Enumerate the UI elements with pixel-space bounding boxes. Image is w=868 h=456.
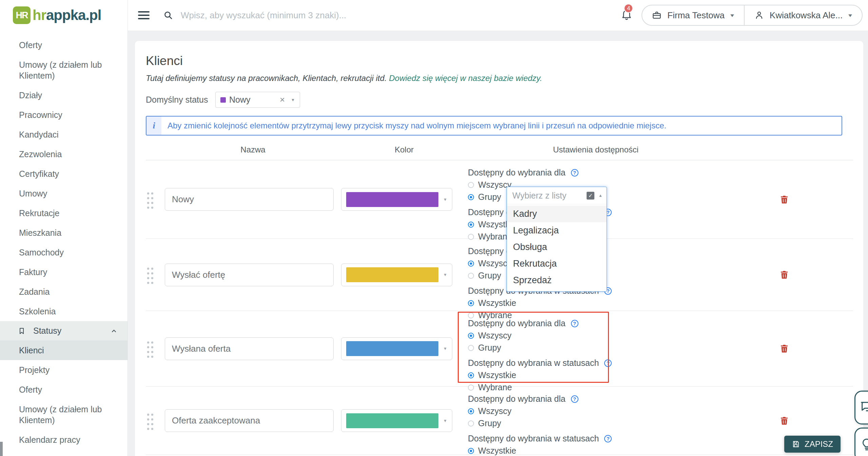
logo-text: hrappka.pl bbox=[33, 7, 101, 23]
logo[interactable]: HR hrappka.pl bbox=[0, 0, 127, 30]
chevron-down-icon: ▼ bbox=[443, 346, 447, 351]
info-icon: i bbox=[146, 117, 161, 135]
info-banner-text: Aby zmienić kolejność elementów przytrzy… bbox=[161, 117, 672, 135]
drag-handle[interactable] bbox=[146, 160, 165, 239]
radio-wszystkie[interactable]: Wszystkie bbox=[468, 446, 715, 456]
option-sprzedaz[interactable]: Sprzedaż bbox=[507, 272, 607, 289]
search-input[interactable] bbox=[181, 10, 418, 21]
help-icon[interactable]: ? bbox=[571, 395, 578, 403]
drag-handle[interactable] bbox=[146, 387, 165, 455]
briefcase-icon bbox=[652, 10, 662, 20]
color-select[interactable]: ▼ bbox=[341, 188, 452, 211]
sidebar-item-rekrutacje[interactable]: Rekrutacje bbox=[0, 203, 127, 223]
chevron-down-icon[interactable]: ▼ bbox=[291, 98, 295, 102]
radio-icon bbox=[468, 182, 474, 188]
help-icon[interactable]: ? bbox=[604, 359, 612, 367]
color-bar bbox=[346, 413, 438, 428]
sidebar-scrollbar[interactable] bbox=[0, 442, 3, 456]
radio-icon bbox=[468, 222, 474, 228]
sidebar-item-statusy-klienci[interactable]: Klienci bbox=[0, 340, 127, 360]
knowledge-base-link[interactable]: Dowiedz się więcej w naszej bazie wiedzy… bbox=[389, 74, 542, 83]
sidebar-item-statusy-kalendarz[interactable]: Kalendarz pracy bbox=[0, 430, 127, 450]
radio-wszyscy[interactable]: Wszyscy bbox=[468, 406, 715, 416]
color-bar bbox=[346, 267, 438, 282]
drag-dots-icon bbox=[146, 266, 154, 284]
select-all-checkbox[interactable]: ✓ bbox=[587, 192, 594, 200]
global-search bbox=[163, 10, 620, 21]
sidebar-section-statusy[interactable]: Statusy bbox=[0, 321, 127, 340]
sidebar-nav: Oferty Umowy (z działem lub Klientem) Dz… bbox=[0, 30, 127, 456]
save-button[interactable]: ZAPISZ bbox=[784, 436, 841, 453]
sidebar-item-mieszkania[interactable]: Mieszkania bbox=[0, 223, 127, 243]
radio-grupy[interactable]: Grupy bbox=[468, 343, 715, 353]
sidebar-item-umowy-dzial[interactable]: Umowy (z działem lub Klientem) bbox=[0, 55, 127, 85]
sidebar-item-statusy-umowy-dzial[interactable]: Umowy (z działem lub Klientem) bbox=[0, 399, 127, 430]
drag-dots-icon bbox=[146, 190, 154, 209]
status-name-input[interactable] bbox=[165, 188, 334, 211]
chevron-down-icon: ▼ bbox=[443, 272, 447, 277]
sidebar-item-dzialy[interactable]: Działy bbox=[0, 85, 127, 105]
sidebar-item-statusy-oferty[interactable]: Oferty bbox=[0, 380, 127, 399]
color-select[interactable]: ▼ bbox=[341, 337, 452, 360]
status-name-input[interactable] bbox=[165, 264, 334, 286]
option-kadry[interactable]: Kadry bbox=[507, 206, 607, 222]
content-card: Klienci Tutaj definiujemy statusy na pra… bbox=[135, 41, 863, 456]
user-icon bbox=[754, 10, 764, 20]
status-color-swatch bbox=[220, 97, 226, 103]
color-select[interactable]: ▼ bbox=[341, 409, 452, 432]
notifications-bell[interactable]: 4 bbox=[620, 8, 633, 22]
delete-status-icon[interactable] bbox=[779, 416, 789, 426]
multiselect-input[interactable]: Wybierz z listy ✓ ▲ bbox=[507, 187, 607, 204]
chevron-down-icon: ▼ bbox=[729, 13, 735, 18]
status-row-wyslana-oferta: ▼ Dostępny do wybrania dla? Wszyscy Grup… bbox=[146, 311, 853, 387]
sidebar-item-kandydaci[interactable]: Kandydaci bbox=[0, 125, 127, 144]
option-rekrutacja[interactable]: Rekrutacja bbox=[507, 255, 607, 272]
hamburger-menu-icon[interactable] bbox=[138, 9, 150, 21]
drag-dots-icon bbox=[146, 412, 154, 430]
option-legalizacja[interactable]: Legalizacja bbox=[507, 222, 607, 239]
sidebar-item-samochody[interactable]: Samochody bbox=[0, 243, 127, 262]
default-status-row: Domyślny status Nowy × ▼ bbox=[146, 92, 853, 108]
option-obsluga[interactable]: Obsługa bbox=[507, 239, 607, 255]
clear-icon[interactable]: × bbox=[280, 95, 285, 105]
radio-icon bbox=[468, 194, 474, 200]
sidebar-item-faktury[interactable]: Faktury bbox=[0, 262, 127, 282]
sidebar-item-oferty[interactable]: Oferty bbox=[0, 35, 127, 55]
radio-icon bbox=[468, 261, 474, 267]
help-icon[interactable]: ? bbox=[571, 169, 578, 177]
sidebar-item-szkolenia[interactable]: Szkolenia bbox=[0, 302, 127, 321]
bookmark-icon bbox=[18, 327, 26, 335]
help-icon[interactable]: ? bbox=[571, 320, 578, 327]
color-bar bbox=[346, 341, 438, 356]
status-name-input[interactable] bbox=[165, 409, 334, 432]
delete-status-icon[interactable] bbox=[779, 194, 789, 205]
radio-wszystkie[interactable]: Wszystkie bbox=[468, 370, 715, 380]
drag-handle[interactable] bbox=[146, 311, 165, 386]
sidebar-item-certyfikaty[interactable]: Certyfikaty bbox=[0, 164, 127, 184]
status-name-input[interactable] bbox=[165, 337, 334, 360]
sidebar-item-statusy-projekty[interactable]: Projekty bbox=[0, 360, 127, 380]
tips-widget-button[interactable] bbox=[854, 428, 868, 456]
default-status-select[interactable]: Nowy × ▼ bbox=[215, 92, 300, 108]
sidebar-item-statusy-dzialy[interactable]: Działy bbox=[0, 450, 127, 456]
radio-wszyscy[interactable]: Wszyscy bbox=[468, 331, 715, 340]
sidebar-item-zezwolenia[interactable]: Zezwolenia bbox=[0, 144, 127, 164]
chevron-up-icon[interactable]: ▲ bbox=[598, 193, 603, 198]
radio-grupy[interactable]: Grupy bbox=[468, 418, 715, 428]
drag-handle[interactable] bbox=[146, 239, 165, 311]
column-header-nazwa: Nazwa bbox=[146, 145, 341, 154]
radio-icon bbox=[468, 345, 474, 351]
company-selector[interactable]: Firma Testowa ▼ bbox=[642, 5, 744, 25]
sidebar-item-umowy[interactable]: Umowy bbox=[0, 184, 127, 203]
search-icon bbox=[163, 10, 173, 20]
delete-status-icon[interactable] bbox=[779, 270, 789, 280]
sidebar-item-zadania[interactable]: Zadania bbox=[0, 282, 127, 302]
radio-wszystkie[interactable]: Wszystkie bbox=[468, 298, 715, 308]
sidebar-item-pracownicy[interactable]: Pracownicy bbox=[0, 105, 127, 125]
user-selector[interactable]: Kwiatkowska Ale... ▼ bbox=[745, 5, 862, 25]
color-select[interactable]: ▼ bbox=[341, 264, 452, 286]
radio-icon bbox=[468, 333, 474, 339]
chat-widget-button[interactable] bbox=[854, 391, 868, 424]
delete-status-icon[interactable] bbox=[779, 344, 789, 354]
help-icon[interactable]: ? bbox=[604, 435, 612, 442]
